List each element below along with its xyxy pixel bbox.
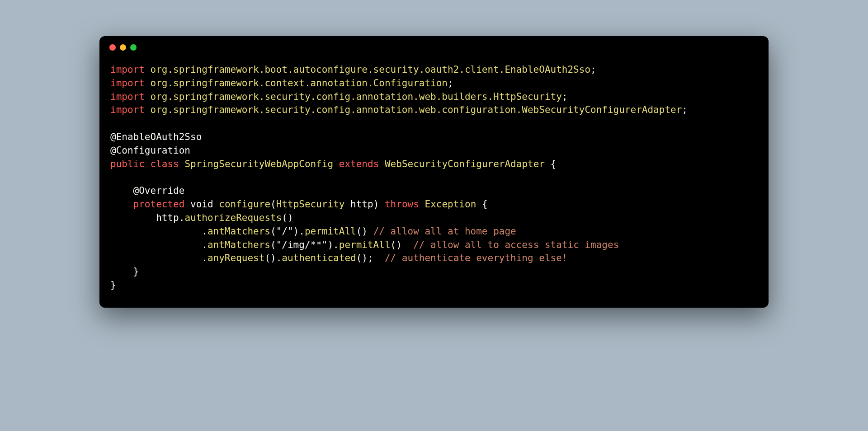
code-block[interactable]: import org.springframework.boot.autoconf… bbox=[99, 51, 769, 308]
parens: (). bbox=[264, 253, 282, 263]
code-text: . bbox=[110, 253, 208, 263]
type-void: void bbox=[190, 199, 213, 210]
keyword-import: import bbox=[110, 64, 145, 75]
method-call: antMatchers bbox=[208, 226, 270, 237]
brace-close: } bbox=[110, 280, 116, 290]
titlebar bbox=[99, 36, 769, 51]
semicolon: ; bbox=[590, 64, 596, 75]
keyword-import: import bbox=[110, 91, 145, 102]
paren: ( bbox=[270, 199, 276, 210]
keyword-import: import bbox=[110, 78, 145, 89]
comment: // allow all to access static images bbox=[402, 239, 619, 250]
paren: ) bbox=[373, 199, 379, 210]
comment: // allow all at home page bbox=[368, 226, 516, 237]
keyword-throws: throws bbox=[385, 199, 419, 210]
class-name: SpringSecurityWebAppConfig bbox=[184, 159, 333, 169]
annotation: @EnableOAuth2Sso bbox=[110, 131, 202, 142]
annotation: @Configuration bbox=[110, 145, 190, 156]
keyword-public: public bbox=[110, 159, 145, 169]
package-path: org.springframework.security.config.anno… bbox=[151, 104, 682, 115]
keyword-import: import bbox=[110, 104, 145, 115]
param-name: http bbox=[344, 199, 373, 210]
comment: // authenticate everything else! bbox=[373, 253, 568, 263]
parens: () bbox=[391, 239, 402, 250]
string-literal: "/" bbox=[276, 226, 293, 237]
method-call: authenticated bbox=[282, 253, 356, 263]
keyword-protected: protected bbox=[110, 199, 184, 210]
annotation: @Override bbox=[110, 185, 184, 196]
semicolon: ; bbox=[562, 91, 568, 102]
paren: ). bbox=[327, 239, 339, 250]
exception-type: Exception bbox=[425, 199, 476, 210]
param-type: HttpSecurity bbox=[276, 199, 345, 210]
minimize-icon[interactable] bbox=[120, 44, 126, 51]
method-call: antMatchers bbox=[208, 239, 270, 250]
brace: { bbox=[476, 199, 487, 210]
parens: (); bbox=[356, 253, 373, 263]
super-class: WebSecurityConfigurerAdapter bbox=[385, 159, 545, 169]
maximize-icon[interactable] bbox=[130, 44, 137, 51]
paren: ). bbox=[293, 226, 305, 237]
parens: () bbox=[282, 212, 293, 223]
keyword-extends: extends bbox=[339, 159, 379, 169]
method-call: permitAll bbox=[339, 239, 391, 250]
parens: () bbox=[356, 226, 368, 237]
close-icon[interactable] bbox=[109, 44, 116, 51]
brace: { bbox=[545, 159, 556, 169]
brace-close: } bbox=[110, 266, 139, 277]
code-text: http. bbox=[110, 212, 184, 223]
semicolon: ; bbox=[682, 104, 688, 115]
method-call: permitAll bbox=[305, 226, 356, 237]
terminal-window: import org.springframework.boot.autoconf… bbox=[99, 36, 769, 308]
string-literal: "/img/**" bbox=[276, 239, 328, 250]
method-call: authorizeRequests bbox=[184, 212, 282, 223]
paren: ( bbox=[270, 226, 276, 237]
semicolon: ; bbox=[448, 78, 453, 89]
code-text: . bbox=[110, 226, 208, 237]
package-path: org.springframework.boot.autoconfigure.s… bbox=[151, 64, 591, 75]
package-path: org.springframework.security.config.anno… bbox=[151, 91, 562, 102]
code-text: . bbox=[110, 239, 208, 250]
method-name: configure bbox=[219, 199, 270, 210]
keyword-class: class bbox=[151, 159, 179, 169]
method-call: anyRequest bbox=[208, 253, 264, 263]
paren: ( bbox=[270, 239, 276, 250]
package-path: org.springframework.context.annotation.C… bbox=[151, 78, 448, 89]
